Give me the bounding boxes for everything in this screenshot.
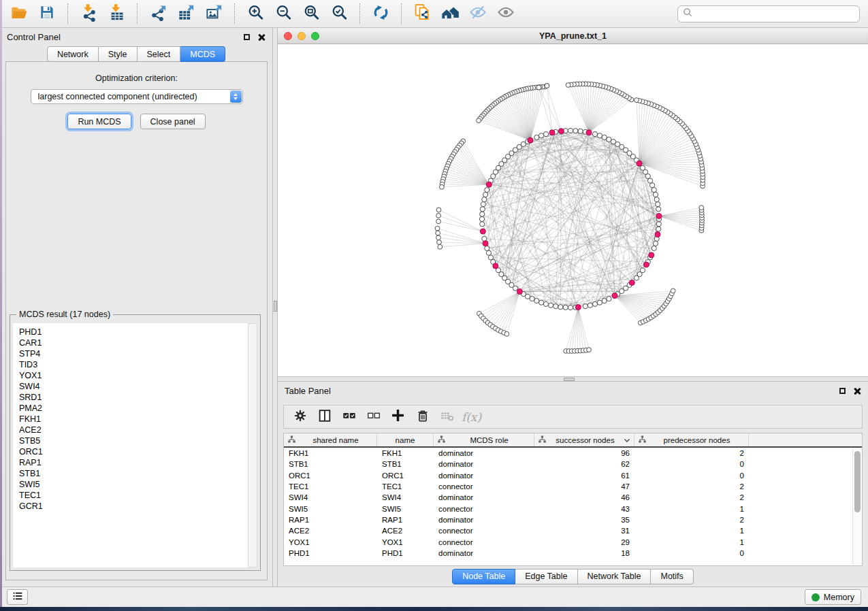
run-mcds-button[interactable]: Run MCDS (67, 114, 131, 129)
cell-successor-nodes: 61 (534, 472, 634, 480)
mcds-result-item[interactable]: GCR1 (19, 501, 248, 512)
maximize-window-icon[interactable] (311, 32, 319, 40)
cell-successor-nodes: 18 (534, 549, 634, 557)
tab-network-table[interactable]: Network Table (578, 569, 652, 584)
table-scrollbar[interactable] (852, 448, 861, 564)
tab-select[interactable]: Select (138, 46, 181, 62)
zoom-in-button[interactable] (244, 3, 266, 24)
tab-motifs[interactable]: Motifs (651, 569, 693, 584)
search-box[interactable] (677, 5, 860, 22)
mcds-result-item[interactable]: ORC1 (19, 446, 248, 457)
vertical-splitter[interactable] (272, 28, 278, 587)
window-left-edge (0, 0, 2, 607)
mcds-result-item[interactable]: TID3 (19, 359, 248, 370)
float-panel-icon[interactable] (839, 388, 846, 394)
mcds-result-item[interactable]: STP4 (19, 348, 248, 359)
zoom-fit-button[interactable] (300, 3, 322, 24)
column-header-predecessor-nodes[interactable]: predecessor nodes (634, 433, 749, 446)
cell-shared-name: YOX1 (284, 538, 377, 546)
column-header-MCDS-role[interactable]: MCDS role (434, 433, 534, 446)
float-panel-icon[interactable] (244, 34, 250, 40)
tab-network[interactable]: Network (47, 46, 99, 62)
memory-button[interactable]: Memory (805, 589, 861, 605)
hide-selected-button[interactable] (467, 3, 489, 24)
mcds-result-item[interactable]: PHD1 (19, 327, 248, 337)
search-input[interactable] (696, 9, 854, 18)
cell-shared-name: RAP1 (284, 516, 377, 524)
table-row[interactable]: RAP1RAP1dominator352 (284, 514, 862, 525)
table-row[interactable]: ORC1ORC1dominator610 (284, 470, 862, 481)
table-row[interactable]: TEC1TEC1connector472 (284, 481, 862, 492)
node-table-header: shared namenameMCDS rolesuccessor nodesp… (284, 433, 862, 448)
mcds-result-item[interactable]: SWI4 (19, 381, 248, 392)
mcds-result-item[interactable]: ACE2 (19, 425, 248, 435)
table-row[interactable]: ACE2ACE2connector311 (284, 525, 862, 536)
mcds-result-item[interactable]: SWI5 (19, 479, 248, 490)
cell-predecessor-nodes: 2 (634, 493, 749, 501)
tab-style[interactable]: Style (99, 46, 138, 62)
table-row[interactable]: SWI4SWI4dominator462 (284, 492, 862, 503)
column-header-shared-name[interactable]: shared name (284, 433, 377, 446)
close-window-icon[interactable] (284, 32, 292, 40)
cell-successor-nodes: 43 (534, 505, 634, 513)
column-header-name[interactable]: name (377, 433, 434, 446)
show-column-button[interactable] (315, 408, 334, 426)
save-session-button[interactable] (36, 3, 58, 24)
import-table-button[interactable] (106, 3, 127, 24)
deselect-all-button[interactable] (364, 408, 383, 426)
delete-column-button[interactable] (413, 408, 432, 426)
export-network-button[interactable] (147, 3, 169, 24)
mcds-result-item[interactable]: FKH1 (19, 414, 248, 425)
import-network-button[interactable] (78, 3, 99, 24)
splitter-grip[interactable] (564, 378, 575, 381)
export-table-button[interactable] (175, 3, 197, 24)
tab-node-table[interactable]: Node Table (452, 569, 515, 584)
column-header-successor-nodes[interactable]: successor nodes (534, 433, 634, 446)
table-row[interactable]: SWI5SWI5connector431 (284, 503, 862, 514)
minimize-window-icon[interactable] (298, 32, 306, 40)
network-canvas[interactable] (278, 44, 868, 376)
table-panel: Table Panel f(x) sh (278, 382, 868, 587)
mcds-result-item[interactable]: RAP1 (19, 457, 248, 468)
refresh-button[interactable] (370, 3, 391, 24)
select-all-button[interactable] (340, 408, 358, 426)
mcds-result-item[interactable]: YOX1 (19, 370, 248, 381)
close-panel-button[interactable]: Close panel (140, 114, 206, 129)
mcds-result-item[interactable]: SRD1 (19, 392, 248, 403)
cell-predecessor-nodes: 1 (634, 505, 749, 513)
show-all-button[interactable] (495, 3, 517, 24)
open-file-button[interactable] (8, 3, 30, 24)
application-window: Control Panel NetworkStyleSelectMCDS Opt… (0, 0, 868, 607)
table-row[interactable]: PHD1PHD1dominator180 (284, 548, 862, 559)
shared-column-icon (287, 435, 296, 445)
export-image-button[interactable] (203, 3, 225, 24)
scrollbar-thumb[interactable] (854, 451, 861, 512)
mcds-result-item[interactable]: PMA2 (19, 403, 248, 414)
mcds-result-item[interactable]: CAR1 (19, 337, 248, 348)
table-row[interactable]: YOX1YOX1connector291 (284, 536, 862, 547)
table-settings-button[interactable] (291, 408, 309, 426)
table-row[interactable]: STB1STB1dominator620 (284, 459, 862, 469)
splitter-grip[interactable] (274, 301, 277, 312)
result-list-scrollbar[interactable] (248, 323, 257, 567)
unchecked-boxes-icon (366, 408, 381, 426)
tab-edge-table[interactable]: Edge Table (515, 569, 577, 584)
cell-MCDS-role: connector (434, 505, 534, 513)
zoom-out-button[interactable] (272, 3, 294, 24)
clone-network-button[interactable] (411, 3, 433, 24)
close-panel-icon[interactable] (258, 33, 266, 41)
first-neighbors-button[interactable] (439, 3, 461, 24)
mcds-result-item[interactable]: STB5 (19, 435, 248, 446)
shared-column-icon (538, 435, 547, 445)
mcds-result-item[interactable]: STB1 (19, 468, 248, 479)
zoom-selected-button[interactable] (328, 3, 350, 24)
horizontal-splitter[interactable] (278, 376, 868, 382)
add-column-button[interactable] (389, 408, 407, 426)
tab-mcds[interactable]: MCDS (180, 46, 225, 62)
criterion-select[interactable]: largest connected component (undirected) (31, 89, 243, 104)
task-history-button[interactable] (7, 589, 28, 605)
table-row[interactable]: FKH1FKH1dominator962 (284, 448, 862, 459)
mcds-result-item[interactable]: TEC1 (19, 490, 248, 501)
network-window-titlebar[interactable]: YPA_prune.txt_1 (278, 28, 868, 44)
close-panel-icon[interactable] (854, 387, 861, 395)
